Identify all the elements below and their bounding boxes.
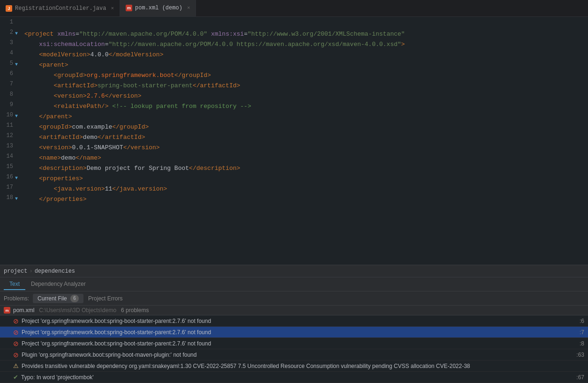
problem-item[interactable]: ⊘ Project 'org.springframework.boot:spri… <box>0 327 588 338</box>
current-file-tab-label: Current File <box>38 295 67 301</box>
problem-item[interactable]: ⊘ Project 'org.springframework.boot:spri… <box>0 315 588 327</box>
line-gutter-12: 12 <box>0 132 24 139</box>
code-line-5[interactable]: 5▼ <parent> <box>0 60 588 70</box>
code-line-6[interactable]: 6 <groupId>org.springframework.boot</gro… <box>0 70 588 81</box>
gutter-icon-7 <box>15 81 21 87</box>
code-line-11[interactable]: 11 <groupId>com.example</groupId> <box>0 122 588 132</box>
code-content-6: <groupId>org.springframework.boot</group… <box>24 70 584 81</box>
gutter-icon-10: ▼ <box>15 112 21 118</box>
maven-file-icon: m <box>126 5 132 11</box>
error-icon: ⊘ <box>13 340 19 347</box>
tab-registration-controller[interactable]: J RegistrationController.java × <box>0 0 120 16</box>
problem-text: Project 'org.springframework.boot:spring… <box>22 318 577 324</box>
tab-dependency-analyzer[interactable]: Dependency Analyzer <box>25 279 91 290</box>
code-line-1[interactable]: 1 <box>0 19 588 29</box>
problem-line: :7 <box>580 329 584 336</box>
error-icon: ⊘ <box>13 317 19 325</box>
view-tabs-bar: Text Dependency Analyzer <box>0 277 588 291</box>
code-content-18: </properties> <box>24 194 584 205</box>
code-line-16[interactable]: 16▼ <properties> <box>0 174 588 184</box>
warning-icon: ⚠ <box>13 362 19 369</box>
gutter-icon-2: ▼ <box>15 30 21 35</box>
code-line-10[interactable]: 10▼ </parent> <box>0 112 588 122</box>
problem-group-header[interactable]: m pom.xml C:\Users\msi\3D Objects\demo 6… <box>0 306 588 315</box>
problem-item[interactable]: ✔ Typo: In word 'projectlombok' :67 <box>0 372 588 383</box>
code-line-13[interactable]: 13 <version>0.0.1-SNAPSHOT</version> <box>0 143 588 153</box>
problem-line: :6 <box>580 318 584 324</box>
code-line-8[interactable]: 8 <version>2.7.6</version> <box>0 91 588 101</box>
code-line-14[interactable]: 14 <name>demo</name> <box>0 153 588 163</box>
problems-bar: Problems: Current File 6 Project Errors <box>0 291 588 306</box>
problem-line: :8 <box>580 340 584 347</box>
code-content-15: <description>Demo project for Spring Boo… <box>24 163 584 174</box>
line-number-13: 13 <box>4 143 13 149</box>
line-gutter-10: 10▼ <box>0 112 24 118</box>
line-number-17: 17 <box>4 184 13 191</box>
tab-text[interactable]: Text <box>4 279 25 290</box>
line-number-3: 3 <box>4 39 13 46</box>
line-number-7: 7 <box>4 81 13 87</box>
line-gutter-18: 18▼ <box>0 194 24 201</box>
code-content-9: <relativePath/> <!-- lookup parent from … <box>24 101 584 112</box>
code-content-16: <properties> <box>24 174 584 184</box>
line-gutter-5: 5▼ <box>0 60 24 67</box>
problems-tab-project-errors[interactable]: Project Errors <box>83 294 127 303</box>
gutter-icon-9 <box>15 102 21 107</box>
editor-area: 12▼<project xmlns="http://maven.apache.o… <box>0 17 588 265</box>
gutter-icon-17 <box>15 184 21 190</box>
code-content-8: <version>2.7.6</version> <box>24 91 584 101</box>
tab-pom-xml[interactable]: m pom.xml (demo) × <box>120 0 196 16</box>
code-content-7: <artifactId>spring-boot-starter-parent</… <box>24 81 584 91</box>
line-number-4: 4 <box>4 50 13 56</box>
code-content-17: <java.version>11</java.version> <box>24 184 584 194</box>
line-gutter-6: 6 <box>0 70 24 77</box>
line-number-12: 12 <box>4 132 13 139</box>
line-number-11: 11 <box>4 122 13 129</box>
problem-text: Provides transitive vulnerable dependenc… <box>22 363 581 369</box>
problem-text: Project 'org.springframework.boot:spring… <box>22 340 577 347</box>
problems-tab-current-file[interactable]: Current File 6 <box>33 294 83 303</box>
bottom-panel: project › dependencies Text Dependency A… <box>0 265 588 383</box>
breadcrumb: project › dependencies <box>0 265 588 277</box>
line-number-18: 18 <box>4 194 13 201</box>
line-number-1: 1 <box>4 19 13 25</box>
line-gutter-1: 1 <box>0 19 24 25</box>
problem-item[interactable]: ⊘ Plugin 'org.springframework.boot:sprin… <box>0 349 588 360</box>
gutter-icon-15 <box>15 164 21 169</box>
code-content-12: <artifactId>demo</artifactId> <box>24 132 584 143</box>
gutter-icon-14 <box>15 153 21 159</box>
line-gutter-7: 7 <box>0 81 24 87</box>
code-line-3[interactable]: 3 xsi:schemaLocation="http://maven.apach… <box>0 39 588 50</box>
gutter-icon-1 <box>15 19 21 25</box>
problem-text: Typo: In word 'projectlombok' <box>21 374 573 381</box>
problem-text: Project 'org.springframework.boot:spring… <box>22 329 577 336</box>
gutter-icon-12 <box>15 133 21 138</box>
breadcrumb-sep-1: › <box>29 268 32 275</box>
line-gutter-11: 11 <box>0 122 24 129</box>
code-line-15[interactable]: 15 <description>Demo project for Spring … <box>0 163 588 174</box>
line-number-8: 8 <box>4 91 13 98</box>
code-line-7[interactable]: 7 <artifactId>spring-boot-starter-parent… <box>0 81 588 91</box>
code-line-12[interactable]: 12 <artifactId>demo</artifactId> <box>0 132 588 143</box>
problem-item[interactable]: ⚠ Provides transitive vulnerable depende… <box>0 360 588 372</box>
code-line-9[interactable]: 9 <relativePath/> <!-- lookup parent fro… <box>0 101 588 112</box>
gutter-icon-5: ▼ <box>15 61 21 66</box>
problem-file-name: pom.xml <box>13 307 34 314</box>
breadcrumb-dependencies[interactable]: dependencies <box>35 268 75 275</box>
line-gutter-13: 13 <box>0 143 24 149</box>
java-file-icon: J <box>6 5 12 12</box>
problem-item[interactable]: ⊘ Project 'org.springframework.boot:spri… <box>0 338 588 349</box>
error-icon: ⊘ <box>13 351 19 359</box>
line-number-6: 6 <box>4 70 13 77</box>
code-line-17[interactable]: 17 <java.version>11</java.version> <box>0 184 588 194</box>
tab-registration-close[interactable]: × <box>111 6 114 11</box>
code-line-2[interactable]: 2▼<project xmlns="http://maven.apache.or… <box>0 29 588 39</box>
code-content-14: <name>demo</name> <box>24 153 584 163</box>
breadcrumb-project[interactable]: project <box>4 268 27 275</box>
line-number-5: 5 <box>4 60 13 67</box>
code-editor[interactable]: 12▼<project xmlns="http://maven.apache.o… <box>0 17 588 265</box>
code-content-11: <groupId>com.example</groupId> <box>24 122 584 132</box>
tab-pom-close[interactable]: × <box>187 5 190 11</box>
code-line-4[interactable]: 4 <modelVersion>4.0.0</modelVersion> <box>0 50 588 60</box>
code-line-18[interactable]: 18▼ </properties> <box>0 194 588 205</box>
